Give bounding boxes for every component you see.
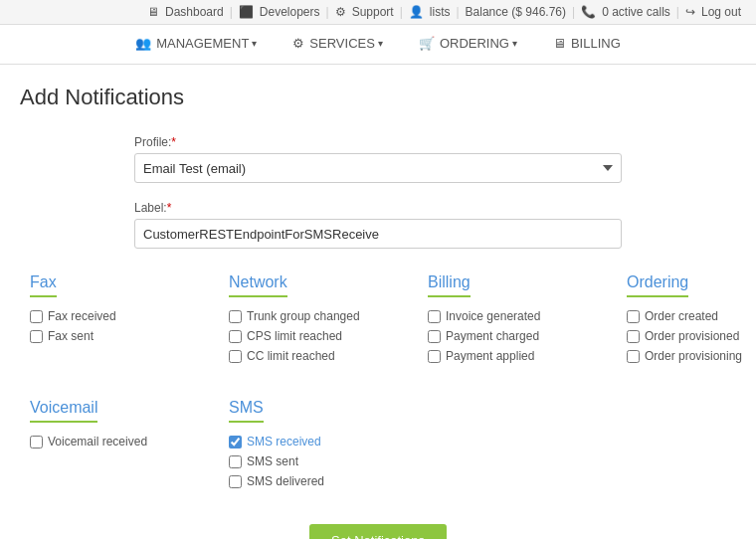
nav-services-label: SERVICES (309, 36, 375, 51)
sms-delivered-checkbox[interactable] (229, 475, 242, 488)
checkbox-trunk-group-changed[interactable]: Trunk group changed (229, 309, 418, 323)
network-title: Network (229, 273, 287, 297)
payment-charged-label[interactable]: Payment charged (446, 329, 539, 343)
order-provisioning-label[interactable]: Order provisioning (645, 349, 742, 363)
checkbox-sms-sent[interactable]: SMS sent (229, 454, 418, 468)
profile-select[interactable]: Email Test (email) (134, 153, 622, 183)
profile-group: Profile:* Email Test (email) (134, 135, 736, 183)
order-created-checkbox[interactable] (627, 310, 640, 323)
categories-grid-bottom: Voicemail Voicemail received SMS SMS rec… (20, 399, 736, 494)
cc-limit-reached-checkbox[interactable] (229, 350, 242, 363)
checkbox-invoice-generated[interactable]: Invoice generated (428, 309, 617, 323)
support-icon: ⚙ (335, 5, 346, 19)
cps-limit-reached-label[interactable]: CPS limit reached (247, 329, 342, 343)
payment-applied-label[interactable]: Payment applied (446, 349, 534, 363)
payment-charged-checkbox[interactable] (428, 330, 441, 343)
sms-delivered-label[interactable]: SMS delivered (247, 474, 324, 488)
developers-link[interactable]: Developers (260, 5, 320, 19)
checkbox-fax-received[interactable]: Fax received (30, 309, 219, 323)
order-provisioning-checkbox[interactable] (627, 350, 640, 363)
set-notifications-button[interactable]: Set Notifications (309, 524, 447, 539)
checkbox-sms-delivered[interactable]: SMS delivered (229, 474, 418, 488)
invoice-generated-checkbox[interactable] (428, 310, 441, 323)
fax-title: Fax (30, 273, 57, 297)
category-sms: SMS SMS received SMS sent SMS delivered (229, 399, 418, 494)
order-created-label[interactable]: Order created (645, 309, 718, 323)
dashboard-link[interactable]: Dashboard (165, 5, 224, 19)
checkbox-voicemail-received[interactable]: Voicemail received (30, 435, 219, 449)
checkbox-order-provisioning[interactable]: Order provisioning (627, 349, 756, 363)
voicemail-received-label[interactable]: Voicemail received (48, 435, 147, 449)
page-content: Add Notifications Profile:* Email Test (… (0, 65, 756, 539)
fax-sent-checkbox[interactable] (30, 330, 43, 343)
ordering-title: Ordering (627, 273, 688, 297)
sms-title: SMS (229, 399, 264, 423)
trunk-group-changed-label[interactable]: Trunk group changed (247, 309, 360, 323)
checkbox-order-provisioned[interactable]: Order provisioned (627, 329, 756, 343)
sms-sent-checkbox[interactable] (229, 455, 242, 468)
invoice-generated-label[interactable]: Invoice generated (446, 309, 540, 323)
form-section: Profile:* Email Test (email) Label:* (134, 135, 736, 249)
nav-ordering[interactable]: 🛒 ORDERING ▾ (401, 25, 535, 65)
payment-applied-checkbox[interactable] (428, 350, 441, 363)
fax-sent-label[interactable]: Fax sent (48, 329, 94, 343)
developers-icon: ⬛ (239, 5, 254, 19)
billing-title: Billing (428, 273, 471, 297)
categories-grid-top: Fax Fax received Fax sent Network Trunk … (20, 273, 736, 369)
nav-management[interactable]: 👥 MANAGEMENT ▾ (117, 25, 275, 65)
grid-spacer-1 (428, 399, 617, 494)
order-provisioned-checkbox[interactable] (627, 330, 640, 343)
trunk-group-changed-checkbox[interactable] (229, 310, 242, 323)
lists-icon: 👤 (409, 5, 424, 19)
label-input[interactable] (134, 219, 622, 249)
dashboard-icon: 🖥 (147, 5, 159, 19)
nav-billing[interactable]: 🖥 BILLING (535, 25, 639, 65)
checkbox-order-created[interactable]: Order created (627, 309, 756, 323)
management-icon: 👥 (135, 36, 151, 51)
label-label: Label:* (134, 201, 736, 215)
top-bar: 🖥 Dashboard | ⬛ Developers | ⚙ Support |… (0, 0, 756, 25)
logout-icon: ↪ (685, 5, 695, 19)
phone-icon: 📞 (581, 5, 596, 19)
category-ordering: Ordering Order created Order provisioned… (627, 273, 756, 369)
category-billing: Billing Invoice generated Payment charge… (428, 273, 617, 369)
cc-limit-reached-label[interactable]: CC limit reached (247, 349, 335, 363)
order-provisioned-label[interactable]: Order provisioned (645, 329, 739, 343)
sms-sent-label[interactable]: SMS sent (247, 454, 298, 468)
sms-received-label[interactable]: SMS received (247, 435, 321, 449)
checkbox-payment-applied[interactable]: Payment applied (428, 349, 617, 363)
checkbox-payment-charged[interactable]: Payment charged (428, 329, 617, 343)
checkbox-cps-limit-reached[interactable]: CPS limit reached (229, 329, 418, 343)
category-fax: Fax Fax received Fax sent (30, 273, 219, 369)
nav-ordering-label: ORDERING (440, 36, 509, 51)
nav-bar: 👥 MANAGEMENT ▾ ⚙ SERVICES ▾ 🛒 ORDERING ▾… (0, 25, 756, 65)
checkbox-cc-limit-reached[interactable]: CC limit reached (229, 349, 418, 363)
logout-link[interactable]: Log out (701, 5, 741, 19)
nav-services[interactable]: ⚙ SERVICES ▾ (275, 25, 401, 65)
voicemail-title: Voicemail (30, 399, 97, 423)
checkbox-fax-sent[interactable]: Fax sent (30, 329, 219, 343)
nav-billing-label: BILLING (571, 36, 621, 51)
support-link[interactable]: Support (352, 5, 394, 19)
fax-received-label[interactable]: Fax received (48, 309, 116, 323)
cps-limit-reached-checkbox[interactable] (229, 330, 242, 343)
grid-spacer-2 (627, 399, 756, 494)
fax-received-checkbox[interactable] (30, 310, 43, 323)
sms-received-checkbox[interactable] (229, 436, 242, 449)
lists-link[interactable]: lists (430, 5, 451, 19)
calls-link[interactable]: 0 active calls (602, 5, 670, 19)
page-title: Add Notifications (20, 85, 736, 110)
profile-label: Profile:* (134, 135, 736, 149)
billing-icon: 🖥 (553, 36, 566, 51)
label-group: Label:* (134, 201, 736, 249)
balance-text: Balance ($ 946.76) (466, 5, 566, 19)
services-icon: ⚙ (292, 36, 304, 51)
checkbox-sms-received[interactable]: SMS received (229, 435, 418, 449)
voicemail-received-checkbox[interactable] (30, 436, 43, 449)
ordering-icon: 🛒 (419, 36, 435, 51)
nav-management-label: MANAGEMENT (156, 36, 249, 51)
category-network: Network Trunk group changed CPS limit re… (229, 273, 418, 369)
category-voicemail: Voicemail Voicemail received (30, 399, 219, 494)
